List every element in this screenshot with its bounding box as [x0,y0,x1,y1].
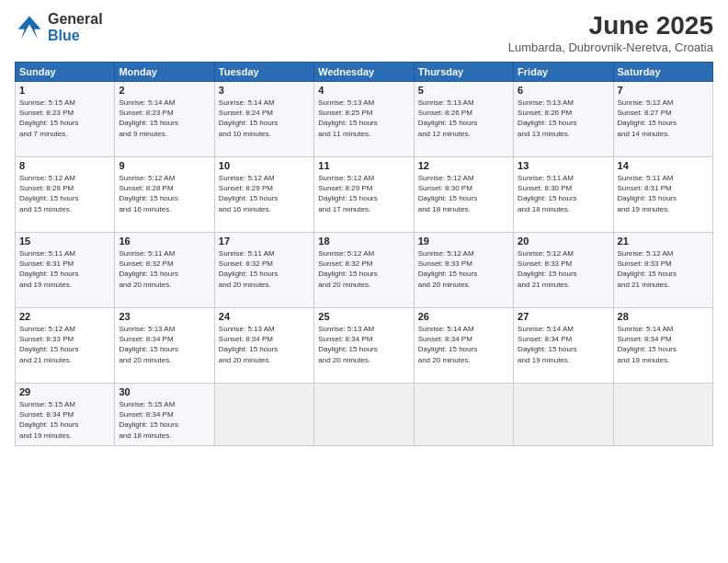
day-info: Sunrise: 5:11 AM Sunset: 8:31 PM Dayligh… [19,248,110,290]
day-number: 4 [318,85,409,96]
logo-general-text: General [48,11,103,28]
calendar-week-2: 8Sunrise: 5:12 AM Sunset: 8:28 PM Daylig… [16,157,713,233]
calendar-day-7: 7Sunrise: 5:12 AM Sunset: 8:27 PM Daylig… [613,82,712,157]
calendar-day-16: 16Sunrise: 5:11 AM Sunset: 8:32 PM Dayli… [115,233,214,308]
calendar-day-5: 5Sunrise: 5:13 AM Sunset: 8:26 PM Daylig… [414,82,513,157]
calendar-day-empty [414,384,513,446]
day-info: Sunrise: 5:14 AM Sunset: 8:34 PM Dayligh… [618,324,709,365]
day-number: 27 [518,311,609,322]
calendar-day-8: 8Sunrise: 5:12 AM Sunset: 8:28 PM Daylig… [16,157,115,233]
day-number: 12 [418,160,509,171]
logo-text: General Blue [48,11,103,43]
day-info: Sunrise: 5:15 AM Sunset: 8:23 PM Dayligh… [19,98,110,139]
day-number: 14 [618,160,709,171]
day-info: Sunrise: 5:12 AM Sunset: 8:29 PM Dayligh… [318,173,409,214]
calendar-day-17: 17Sunrise: 5:11 AM Sunset: 8:32 PM Dayli… [214,233,313,308]
day-number: 18 [318,236,409,247]
day-info: Sunrise: 5:14 AM Sunset: 8:34 PM Dayligh… [518,324,609,365]
day-info: Sunrise: 5:12 AM Sunset: 8:33 PM Dayligh… [618,248,709,290]
calendar-day-empty [214,384,313,446]
day-number: 5 [418,85,509,96]
calendar-day-22: 22Sunrise: 5:12 AM Sunset: 8:33 PM Dayli… [16,308,115,384]
day-info: Sunrise: 5:12 AM Sunset: 8:33 PM Dayligh… [19,324,110,365]
day-number: 2 [119,85,210,96]
location: Lumbarda, Dubrovnik-Neretva, Croatia [508,40,713,54]
day-info: Sunrise: 5:14 AM Sunset: 8:23 PM Dayligh… [119,98,210,139]
day-number: 30 [119,386,210,397]
calendar-day-3: 3Sunrise: 5:14 AM Sunset: 8:24 PM Daylig… [214,82,313,157]
calendar-day-28: 28Sunrise: 5:14 AM Sunset: 8:34 PM Dayli… [613,308,712,384]
calendar-day-11: 11Sunrise: 5:12 AM Sunset: 8:29 PM Dayli… [314,157,414,233]
logo-blue-text: Blue [48,28,103,44]
page: General Blue June 2025 Lumbarda, Dubrovn… [0,0,728,563]
day-number: 19 [418,236,509,247]
calendar-day-19: 19Sunrise: 5:12 AM Sunset: 8:33 PM Dayli… [414,233,513,308]
calendar-day-2: 2Sunrise: 5:14 AM Sunset: 8:23 PM Daylig… [115,82,214,157]
calendar-day-empty [613,384,712,446]
day-info: Sunrise: 5:11 AM Sunset: 8:32 PM Dayligh… [219,248,310,290]
calendar-day-6: 6Sunrise: 5:13 AM Sunset: 8:26 PM Daylig… [514,82,613,157]
day-number: 29 [19,386,110,397]
svg-marker-0 [18,16,41,39]
calendar-week-1: 1Sunrise: 5:15 AM Sunset: 8:23 PM Daylig… [16,82,713,157]
day-number: 3 [219,85,310,96]
calendar-day-1: 1Sunrise: 5:15 AM Sunset: 8:23 PM Daylig… [16,82,115,157]
day-number: 22 [19,311,110,322]
calendar-week-5: 29Sunrise: 5:15 AM Sunset: 8:34 PM Dayli… [16,384,713,446]
day-info: Sunrise: 5:15 AM Sunset: 8:34 PM Dayligh… [19,399,110,441]
calendar-day-20: 20Sunrise: 5:12 AM Sunset: 8:33 PM Dayli… [514,233,613,308]
calendar-day-12: 12Sunrise: 5:12 AM Sunset: 8:30 PM Dayli… [414,157,513,233]
day-info: Sunrise: 5:13 AM Sunset: 8:25 PM Dayligh… [318,98,409,139]
calendar-week-4: 22Sunrise: 5:12 AM Sunset: 8:33 PM Dayli… [16,308,713,384]
calendar-day-14: 14Sunrise: 5:11 AM Sunset: 8:31 PM Dayli… [613,157,712,233]
day-number: 8 [19,160,110,171]
day-number: 7 [618,85,709,96]
day-info: Sunrise: 5:15 AM Sunset: 8:34 PM Dayligh… [119,399,210,441]
day-info: Sunrise: 5:12 AM Sunset: 8:27 PM Dayligh… [618,98,709,139]
day-number: 24 [219,311,310,322]
day-info: Sunrise: 5:12 AM Sunset: 8:28 PM Dayligh… [119,173,210,214]
day-info: Sunrise: 5:12 AM Sunset: 8:32 PM Dayligh… [318,248,409,290]
calendar-day-10: 10Sunrise: 5:12 AM Sunset: 8:29 PM Dayli… [214,157,313,233]
day-number: 13 [518,160,609,171]
day-info: Sunrise: 5:13 AM Sunset: 8:34 PM Dayligh… [318,324,409,365]
day-number: 15 [19,236,110,247]
calendar-day-21: 21Sunrise: 5:12 AM Sunset: 8:33 PM Dayli… [613,233,712,308]
day-info: Sunrise: 5:14 AM Sunset: 8:24 PM Dayligh… [219,98,310,139]
day-number: 25 [318,311,409,322]
calendar-day-empty [314,384,414,446]
day-info: Sunrise: 5:11 AM Sunset: 8:31 PM Dayligh… [618,173,709,214]
day-info: Sunrise: 5:12 AM Sunset: 8:33 PM Dayligh… [518,248,609,290]
day-info: Sunrise: 5:13 AM Sunset: 8:26 PM Dayligh… [418,98,509,139]
calendar-table: Sunday Monday Tuesday Wednesday Thursday… [15,62,713,446]
calendar-day-4: 4Sunrise: 5:13 AM Sunset: 8:25 PM Daylig… [314,82,414,157]
header-tuesday: Tuesday [214,63,313,82]
day-number: 16 [119,236,210,247]
calendar-day-23: 23Sunrise: 5:13 AM Sunset: 8:34 PM Dayli… [115,308,214,384]
day-info: Sunrise: 5:14 AM Sunset: 8:34 PM Dayligh… [418,324,509,365]
day-number: 11 [318,160,409,171]
header-friday: Friday [514,63,613,82]
title-area: June 2025 Lumbarda, Dubrovnik-Neretva, C… [508,11,713,54]
calendar-day-24: 24Sunrise: 5:13 AM Sunset: 8:34 PM Dayli… [214,308,313,384]
calendar-day-empty [514,384,613,446]
calendar-day-25: 25Sunrise: 5:13 AM Sunset: 8:34 PM Dayli… [314,308,414,384]
header: General Blue June 2025 Lumbarda, Dubrovn… [15,11,713,54]
day-info: Sunrise: 5:12 AM Sunset: 8:30 PM Dayligh… [418,173,509,214]
day-info: Sunrise: 5:12 AM Sunset: 8:33 PM Dayligh… [418,248,509,290]
calendar-day-26: 26Sunrise: 5:14 AM Sunset: 8:34 PM Dayli… [414,308,513,384]
calendar-week-3: 15Sunrise: 5:11 AM Sunset: 8:31 PM Dayli… [16,233,713,308]
day-info: Sunrise: 5:12 AM Sunset: 8:28 PM Dayligh… [19,173,110,214]
header-saturday: Saturday [613,63,712,82]
header-sunday: Sunday [16,63,115,82]
header-row: Sunday Monday Tuesday Wednesday Thursday… [16,63,713,82]
day-info: Sunrise: 5:12 AM Sunset: 8:29 PM Dayligh… [219,173,310,214]
day-number: 23 [119,311,210,322]
calendar-day-29: 29Sunrise: 5:15 AM Sunset: 8:34 PM Dayli… [16,384,115,446]
day-number: 6 [518,85,609,96]
logo-icon [15,13,44,42]
day-number: 10 [219,160,310,171]
day-info: Sunrise: 5:11 AM Sunset: 8:32 PM Dayligh… [119,248,210,290]
header-monday: Monday [115,63,214,82]
day-number: 9 [119,160,210,171]
